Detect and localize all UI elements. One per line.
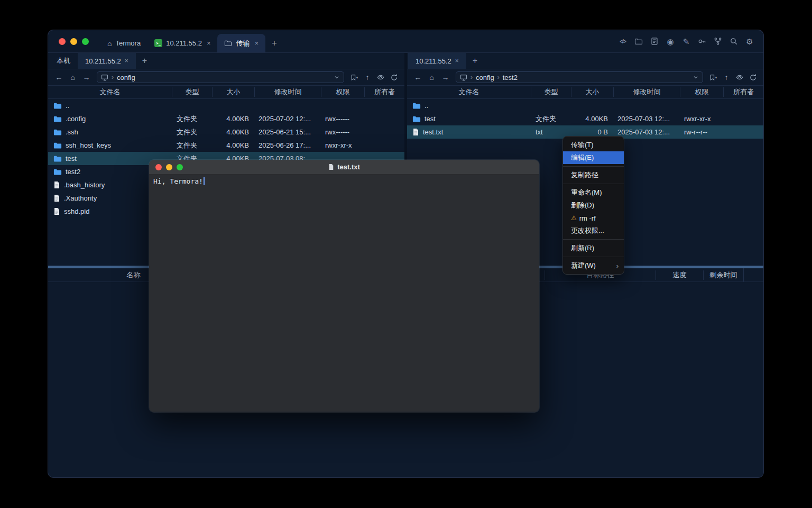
editor-titlebar: test.txt [149,160,539,175]
column-header-size[interactable]: 大小 [571,87,613,97]
up-button[interactable]: ↑ [721,71,732,83]
menu-item-7[interactable]: ⚠rm -rf [563,212,624,224]
minimize-window-button[interactable] [166,164,172,170]
path-bar[interactable]: › config › test2 [456,71,703,83]
file-table-header: 文件名 类型 大小 修改时间 权限 所有者 [407,85,763,99]
up-button[interactable]: ↑ [362,71,373,83]
search-icon[interactable] [727,35,740,48]
breadcrumb-segment[interactable]: config [476,74,494,81]
log-icon[interactable] [648,35,661,48]
column-header-owner[interactable]: 所有者 [723,87,763,97]
file-name: .Xauthority [64,194,97,202]
path-dropdown-icon[interactable] [334,74,340,80]
breadcrumb-segment[interactable]: test2 [503,74,518,81]
forward-button[interactable]: → [80,71,93,83]
file-row-ssh_host_keys[interactable]: ssh_host_keys文件夹4.00KB2025-06-26 17:...r… [48,139,404,152]
record-icon[interactable]: ◉ [664,35,677,48]
file-row-.ssh[interactable]: .ssh文件夹4.00KB2025-06-21 15:...rwx------ [48,125,404,139]
tab-label: 本机 [57,56,70,66]
home-button[interactable]: ⌂ [67,71,79,83]
fork-icon[interactable] [712,35,724,48]
file-row-test[interactable]: test文件夹4.00KB2025-07-03 12:...rwxr-xr-x [407,112,763,125]
file-row-.config[interactable]: .config文件夹4.00KB2025-07-02 12:...rwx----… [48,112,404,125]
minimize-window-button[interactable] [70,38,77,45]
tab-remote-host[interactable]: 10.211.55.2 × [408,53,466,69]
folder-icon[interactable] [632,35,645,48]
bookmark-button[interactable]: ▾ [707,71,719,83]
breadcrumb-segment[interactable]: config [117,74,135,81]
column-header-permissions[interactable]: 权限 [321,87,364,97]
bookmark-button[interactable]: ▾ [348,71,360,83]
zoom-window-button[interactable] [82,38,89,45]
tab-termora[interactable]: ⌂ Termora [100,34,147,52]
path-dropdown-icon[interactable] [693,74,699,80]
tab-ssh-session[interactable]: >_ 10.211.55.2 × [147,34,217,52]
back-button[interactable]: ← [412,71,424,83]
menu-item-3[interactable]: 复制路径 [563,169,624,182]
close-tab-icon[interactable]: × [125,57,128,65]
forward-button[interactable]: → [439,71,451,83]
tab-local[interactable]: 本机 [49,53,78,69]
refresh-icon [749,74,757,81]
menu-item-5[interactable]: 重命名(M) [563,186,624,199]
menu-item-8[interactable]: 更改权限... [563,224,624,237]
gear-icon[interactable]: ⚙ [743,35,756,48]
menu-item-0[interactable]: 传输(T) [563,139,624,151]
column-header-permissions[interactable]: 权限 [680,87,723,97]
refresh-button[interactable] [747,71,759,83]
column-header-modified[interactable]: 修改时间 [254,87,321,97]
add-pane-tab-button[interactable]: + [466,53,484,69]
close-tab-icon[interactable]: × [455,57,459,65]
key-icon[interactable] [696,35,708,48]
code-icon[interactable]: </> [616,35,629,48]
menu-item-6[interactable]: 删除(D) [563,199,624,212]
file-row-..[interactable]: .. [407,99,763,112]
file-name: .config [66,115,86,123]
close-tab-icon[interactable]: × [254,39,259,47]
column-header-speed[interactable]: 速度 [656,270,703,280]
breadcrumb-separator: › [470,74,473,81]
computer-icon [101,74,108,81]
tab-remote-host[interactable]: 10.211.55.2 × [78,53,136,69]
left-pane-toolbar: ← ⌂ → › config ▾ ↑ [48,69,404,85]
show-hidden-button[interactable] [375,71,386,83]
close-window-button[interactable] [59,38,66,45]
right-pane-tab-bar: 10.211.55.2 × + [407,53,763,69]
path-bar[interactable]: › config [97,71,344,83]
add-pane-tab-button[interactable]: + [136,53,153,69]
back-button[interactable]: ← [53,71,65,83]
home-button[interactable]: ⌂ [426,71,438,83]
file-row-..[interactable]: .. [48,99,404,112]
menu-item-12[interactable]: 新建(W)› [563,259,624,272]
menu-item-label: 重命名(M) [571,188,602,197]
file-icon [53,181,60,189]
home-icon: ⌂ [107,40,112,47]
column-header-modified[interactable]: 修改时间 [613,87,680,97]
submenu-arrow-icon: › [616,262,619,270]
titlebar: ⌂ Termora >_ 10.211.55.2 × 传输 × + </> [48,30,763,53]
column-header-owner[interactable]: 所有者 [364,87,404,97]
column-header-type[interactable]: 类型 [531,87,571,97]
close-window-button[interactable] [155,164,162,170]
show-hidden-button[interactable] [734,71,745,83]
zoom-window-button[interactable] [177,164,183,170]
editor-content[interactable]: Hi, Termora! [149,175,539,412]
column-header-remaining-time[interactable]: 剩余时间 [703,270,743,280]
tab-label: 传输 [236,39,250,48]
pencil-icon[interactable]: ✎ [680,35,693,48]
column-header-name[interactable]: 文件名 [407,87,531,97]
column-header-name[interactable]: 文件名 [48,87,172,97]
file-name: sshd.pid [64,207,89,215]
new-tab-button[interactable]: + [265,34,283,52]
column-header-type[interactable]: 类型 [172,87,212,97]
column-header-size[interactable]: 大小 [212,87,254,97]
tab-transfer[interactable]: 传输 × [217,34,265,52]
folder-icon [412,102,421,110]
refresh-button[interactable] [388,71,400,83]
menu-item-1[interactable]: 编辑(E) [563,151,624,164]
window-controls [59,38,89,45]
close-tab-icon[interactable]: × [207,39,211,47]
folder-icon [53,142,62,149]
menu-item-10[interactable]: 刷新(R) [563,242,624,255]
file-icon [53,207,60,215]
